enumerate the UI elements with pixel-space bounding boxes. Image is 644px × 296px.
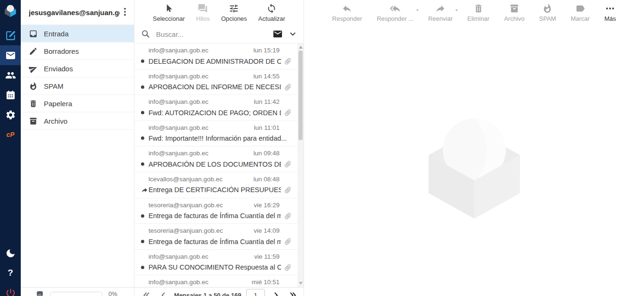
message-row[interactable]: info@sanjuan.gob.eclun 15:19DELEGACION D… <box>134 43 297 69</box>
app-taskmenu: cP ? <box>0 0 21 296</box>
question-icon: ? <box>8 268 13 278</box>
folder-label: Papelera <box>44 100 72 108</box>
compose-icon <box>5 30 17 42</box>
folder-item-spam[interactable]: SPAM <box>21 77 134 95</box>
pagination-label: Mensajes 1 a 50 de 169 <box>174 289 241 296</box>
message-sender: info@sanjuan.gob.ec <box>149 253 254 260</box>
message-row[interactable]: info@sanjuan.gob.eclun 11:42Fwd: AUTORIZ… <box>134 95 297 121</box>
message-toolbar: ResponderResponder ...ReenviarEliminarAr… <box>304 0 644 25</box>
scrollbar-thumb[interactable] <box>298 51 303 140</box>
select-button[interactable]: Seleccionar <box>149 0 189 25</box>
prev-page-button[interactable] <box>157 289 169 296</box>
message-row[interactable]: lcevallos@sanjuan.gob.eclun 08:48Entrega… <box>134 172 297 198</box>
attachment-icon <box>282 184 293 195</box>
cpanel-icon: cP <box>6 131 14 138</box>
taskmenu-calendar[interactable] <box>0 85 21 105</box>
message-subject: PARA SU CONOCIMIENTO Respuesta al Ofi... <box>149 263 281 271</box>
attachment-icon <box>282 81 293 93</box>
taskmenu-compose[interactable] <box>0 25 21 45</box>
search-input[interactable] <box>155 30 268 39</box>
scrollbar-down-arrow[interactable] <box>299 282 303 285</box>
cursor-icon <box>164 3 174 14</box>
quota-footer: 0% <box>21 287 134 296</box>
folder-label: SPAM <box>44 82 63 90</box>
options-button[interactable]: Opciones <box>217 0 251 25</box>
message-row[interactable]: info@sanjuan.gob.eclun 14:55APROBACION D… <box>134 69 297 95</box>
attachment-icon <box>282 236 293 247</box>
message-row[interactable]: info@sanjuan.gob.ecmié 10:51 <box>134 275 297 287</box>
toolbar-button-label: SPAM <box>539 15 556 22</box>
folder-item-archivo[interactable]: Archivo <box>21 112 134 130</box>
folder-item-papelera[interactable]: Papelera <box>21 95 134 112</box>
toolbar-button-label: Marcar <box>570 15 589 22</box>
message-subject: APROBACIÓN DE LOS DOCUMENTOS DE LA... <box>149 161 281 168</box>
moon-icon <box>5 248 16 259</box>
spam-button[interactable]: SPAM <box>535 0 561 25</box>
message-time: lun 11:42 <box>254 98 280 105</box>
mark-button[interactable]: Marcar <box>566 0 594 25</box>
taskmenu-dark-mode[interactable] <box>0 243 21 263</box>
kebab-menu-button[interactable] <box>120 7 130 18</box>
list-toolbar: SeleccionarHilosOpcionesActualizar <box>134 0 304 25</box>
attachment-icon <box>282 55 293 67</box>
forward-button[interactable]: Reenviar <box>424 0 457 25</box>
folder-label: Enviados <box>44 65 73 73</box>
refresh-button[interactable]: Actualizar <box>254 0 289 25</box>
last-page-button[interactable] <box>287 289 299 296</box>
more-button[interactable]: Más <box>600 0 620 25</box>
message-row[interactable]: tesoreria@sanjuan.gob.ecvie 16:29Entrega… <box>134 198 297 224</box>
message-row[interactable]: info@sanjuan.gob.ecvie 11:59PARA SU CONO… <box>134 250 297 276</box>
app-logo[interactable] <box>0 0 21 21</box>
chat-icon <box>198 3 208 14</box>
first-page-button[interactable] <box>140 289 152 296</box>
reply-button[interactable]: Responder <box>328 0 367 25</box>
page-number-input[interactable] <box>246 289 265 296</box>
message-subject: DELEGACION DE ADMINISTRADOR DE ORD... <box>149 58 281 65</box>
delete-button[interactable]: Eliminar <box>463 0 494 25</box>
search-scope-mail-icon[interactable] <box>272 29 283 39</box>
message-time: vie 14:09 <box>254 227 280 234</box>
message-row[interactable]: info@sanjuan.gob.eclun 09:48APROBACIÓN D… <box>134 146 297 172</box>
message-subject: Fwd: AUTORIZACION DE PAGO; ORDEN DE ... <box>149 109 281 117</box>
folder-item-entrada[interactable]: Entrada <box>21 25 134 42</box>
taskmenu-logout[interactable] <box>0 283 21 296</box>
scrollbar-up-arrow[interactable] <box>299 46 303 49</box>
message-row[interactable]: info@sanjuan.gob.eclun 11:01Fwd: Importa… <box>134 121 297 147</box>
message-status <box>141 162 149 166</box>
message-status <box>141 85 149 89</box>
message-sender: tesoreria@sanjuan.gob.ec <box>149 202 254 209</box>
message-subject: Entrega DE CERTIFICACIÓN PRESUPUESTA... <box>149 186 281 194</box>
taskmenu-mail[interactable] <box>0 45 21 65</box>
toolbar-button-label: Hilos <box>196 15 210 22</box>
message-time: lun 08:48 <box>253 176 280 183</box>
kebab-icon <box>120 7 130 17</box>
unread-dot <box>141 111 144 114</box>
message-subject: Entrega de facturas de Ínfima Cuantía de… <box>149 212 281 220</box>
scrollbar[interactable] <box>297 43 304 287</box>
folder-item-enviados[interactable]: Enviados <box>21 60 134 77</box>
message-status <box>141 59 149 63</box>
folder-label: Borradores <box>44 47 79 55</box>
folder-item-borradores[interactable]: Borradores <box>21 42 134 60</box>
chevron-right-icon <box>272 291 280 296</box>
reply-all-button[interactable]: Responder ... <box>372 0 418 25</box>
message-status <box>141 186 149 194</box>
message-sender: lcevallos@sanjuan.gob.ec <box>149 176 253 183</box>
search-options-chevron-down-icon[interactable] <box>289 30 297 38</box>
calendar-icon <box>5 90 16 101</box>
message-subject: Entrega de facturas de Ínfima Cuantía de… <box>149 238 281 245</box>
contacts-icon <box>5 70 16 81</box>
trash-icon <box>29 99 38 108</box>
taskmenu-contacts[interactable] <box>0 65 21 85</box>
quota-progressbar <box>50 292 103 296</box>
archive-button[interactable]: Archivo <box>500 0 528 25</box>
taskmenu-settings[interactable] <box>0 105 21 125</box>
next-page-button[interactable] <box>270 289 282 296</box>
mail-icon <box>5 50 16 61</box>
taskmenu-cpanel[interactable]: cP <box>0 125 21 144</box>
tune-icon <box>229 3 239 14</box>
message-row[interactable]: tesoreria@sanjuan.gob.ecvie 14:09Entrega… <box>134 224 297 250</box>
toolbar-button-label: Responder <box>332 15 363 22</box>
taskmenu-help[interactable]: ? <box>0 263 21 283</box>
threads-button[interactable]: Hilos <box>192 0 214 25</box>
